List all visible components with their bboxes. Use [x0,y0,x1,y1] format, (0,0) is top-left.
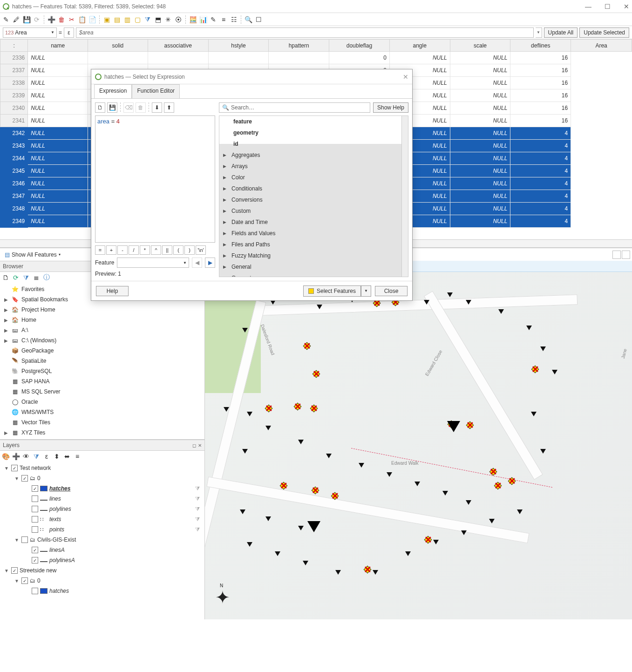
filter-icon[interactable]: ⧩ [195,506,202,512]
operator-button[interactable]: = [95,245,105,255]
browser-item[interactable]: 🌐WMS/WMTS [2,407,203,417]
close-button[interactable]: Close [375,286,408,296]
delete-icon[interactable]: 🗑 [136,102,146,113]
expression-editor[interactable]: area = 4 [95,115,215,243]
function-search-input[interactable]: 🔍 Search… [219,102,370,113]
browser-item[interactable]: 📦GeoPackage [2,346,203,356]
function-tree[interactable]: featuregeometryid▶Aggregates▶Arrays▶Colo… [219,115,408,277]
hatch-marker[interactable]: ✕ [494,482,502,490]
browser-item[interactable]: ▶🏠Project Home [2,305,203,315]
browser-item[interactable]: ◯Oracle [2,397,203,407]
layer-visibility-icon[interactable]: 👁 [22,453,30,460]
hatch-marker[interactable]: ✕ [310,404,318,413]
function-group[interactable]: ▶Files and Paths [219,239,408,250]
browser-item[interactable]: ▦Vector Tiles [2,417,203,428]
column-header[interactable]: associative [148,40,208,52]
save-icon[interactable]: 💾 [107,102,117,113]
show-all-features-button[interactable]: ▤ Show All Features ▾ [2,250,63,260]
dialog-title-bar[interactable]: hatches — Select by Expression ✕ [91,69,412,84]
browser-item[interactable]: ▦SAP HANA [2,376,203,387]
hatch-marker[interactable]: ✕ [312,370,320,378]
function-group[interactable]: ▶Fuzzy Matching [219,250,408,261]
hatch-marker[interactable]: ✕ [424,536,432,544]
layer-filter-icon[interactable]: ⧩ [33,453,40,460]
browser-item[interactable]: ▶▦XYZ Tiles [2,428,203,438]
form-icon[interactable]: ☐ [254,15,263,24]
hatch-marker[interactable]: ✕ [331,492,339,500]
column-header[interactable]: angle [389,40,450,52]
hatch-marker[interactable]: ✕ [489,468,497,476]
layer-style-icon[interactable]: 🎨 [2,453,9,460]
operator-button[interactable]: ( [173,245,183,255]
zoom-sel-icon[interactable]: ✳ [164,15,172,24]
reload-icon[interactable]: ⟳ [33,15,41,24]
map-canvas[interactable]: 🗨 Multiple plugin updates are available … [205,261,632,619]
layer-remove-icon[interactable]: ≡ [74,453,81,460]
column-header[interactable]: doubleflag [329,40,390,52]
filter-icon[interactable]: ⧩ [195,516,202,523]
copy-icon[interactable]: 📋 [78,15,86,24]
add-feature-icon[interactable]: ➕ [47,15,55,24]
layer-item[interactable]: ▼🗂Civils-GIS-Exist [2,535,204,545]
layer-item[interactable]: ▼✓Streetside new [2,565,204,576]
layer-expand-icon[interactable]: ⬍ [53,453,61,460]
filter-icon[interactable]: ⧩ [195,496,202,502]
function-group[interactable]: ▶Color [219,172,408,183]
layer-item[interactable]: ✓hatches⧩ [2,483,204,494]
select-mode-dropdown[interactable]: ▼ [361,285,371,297]
expression-dialog-button[interactable]: ε [64,27,74,38]
browser-item[interactable]: ▦MS SQL Server [2,387,203,397]
maximize-icon[interactable]: ☐ [605,3,611,10]
layer-item[interactable]: ▼✓🗂0 [2,473,204,483]
function-group[interactable]: ▶Conditionals [219,183,408,194]
move-top-icon[interactable]: ⬒ [154,15,162,24]
cond-format-icon[interactable]: ≡ [219,15,228,24]
dock-icon[interactable]: 🔍 [244,15,252,24]
new-field-icon[interactable]: 📊 [199,15,207,24]
layer-item[interactable]: ▼✓Test network [2,463,204,473]
browser-tree[interactable]: ⭐Favorites▶🔖Spatial Bookmarks▶🏠Project H… [0,283,204,440]
new-file-icon[interactable]: 🗋 [95,102,105,113]
operator-button[interactable]: ^ [151,245,161,255]
operator-button[interactable]: - [117,245,128,255]
clear-icon[interactable]: ⌫ [123,102,134,113]
hatch-marker[interactable]: ✕ [363,565,372,574]
field-selector[interactable]: 123 Area ▼ [3,27,57,38]
expression-input[interactable]: $area [76,27,534,38]
table-row[interactable]: 2336NULL0NULLNULL16 [0,52,632,64]
hatch-marker[interactable]: ✕ [466,421,474,429]
filter-icon[interactable]: ⧩ [195,485,202,492]
update-all-button[interactable]: Update All [544,27,578,38]
operator-button[interactable]: / [129,245,139,255]
operator-button[interactable]: + [106,245,116,255]
filter-icon[interactable]: ⧩ [195,526,202,533]
save-file-icon[interactable]: 💾 [22,15,31,24]
deselect-icon[interactable]: ▢ [133,15,142,24]
column-header[interactable]: Area [571,40,632,52]
show-help-button[interactable]: Show Help [373,102,408,113]
layer-collapse-icon[interactable]: ⬌ [63,453,71,460]
pencil-icon[interactable]: ✎ [2,15,10,24]
layer-item[interactable]: lines⧩ [2,494,204,504]
dialog-close-icon[interactable]: ✕ [403,73,408,81]
layer-item[interactable]: polylines⧩ [2,504,204,514]
layer-item[interactable]: ∷texts⧩ [2,514,204,524]
column-header[interactable]: name [28,40,88,52]
del-field-icon[interactable]: ✎ [209,15,217,24]
layers-tree[interactable]: ▼✓Test network▼✓🗂0✓hatches⧩lines⧩polylin… [0,462,204,605]
hatch-marker[interactable]: ✕ [265,404,273,413]
add-layer-icon[interactable]: 🗋 [2,274,9,281]
operator-button[interactable]: '\n' [196,245,206,255]
tab-function-editor[interactable]: Function Editor [132,84,180,98]
layer-item[interactable]: ▼✓🗂0 [2,576,204,586]
function-group[interactable]: ▶General [219,261,408,272]
layer-item[interactable]: ✓linesA [2,545,204,555]
browser-item[interactable]: 🐘PostgreSQL [2,366,203,376]
layer-expr-icon[interactable]: ε [43,453,50,460]
function-group[interactable]: ▶Conversions [219,194,408,205]
form-view-icon[interactable] [622,251,630,259]
cut-icon[interactable]: ✂ [68,15,76,24]
column-header[interactable]: hpattern [269,40,329,52]
delete-icon[interactable]: 🗑 [57,15,66,24]
function-item[interactable]: feature [219,116,408,127]
